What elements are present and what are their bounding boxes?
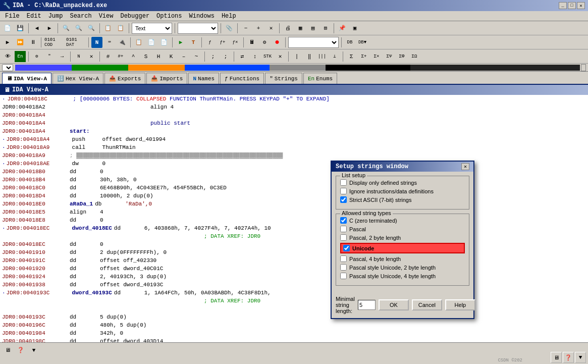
paste3-button[interactable]: 📄	[158, 37, 170, 48]
asm-line-21[interactable]: JDR0:00401920 dd offset dword_40C01C	[0, 265, 588, 273]
tab-exports[interactable]: 📤 Exports	[104, 73, 145, 84]
asm-line-5[interactable]: · JDR0:004018A4 push offset dword_401994	[0, 135, 588, 143]
checkbox-pascal[interactable]: Pascal	[340, 226, 465, 232]
sigma5-button[interactable]: ΣΦ	[396, 51, 407, 62]
tab-imports[interactable]: 📥 Imports	[146, 73, 187, 84]
setup-strings-dialog[interactable]: Setup strings window ✕ List setup Displa…	[331, 161, 474, 319]
view-dropdown[interactable]: Text	[132, 23, 172, 34]
checkbox-pascal-input[interactable]	[340, 226, 347, 232]
ok-button[interactable]: OK	[379, 299, 409, 310]
tab-functions[interactable]: ƒ Functions	[220, 73, 264, 84]
bottom-icon-2[interactable]: ❓	[563, 352, 574, 363]
sigma6-button[interactable]: ΣΩ	[409, 51, 420, 62]
disasm-button[interactable]: ⚙	[31, 51, 42, 62]
checkbox-ignore-instructions[interactable]: Ignore instructions/data definitions	[340, 188, 465, 194]
bottom-btn-1[interactable]: 🖥	[2, 345, 13, 356]
cross-button[interactable]: ✕	[86, 51, 97, 62]
paste2-button[interactable]: 📄	[146, 37, 157, 48]
asm-line-0[interactable]: · JDR0:004018C ; [00000006 BYTES: COLLAP…	[0, 95, 588, 103]
plugin-button[interactable]: 🔌	[117, 37, 128, 48]
checkbox-c-zero[interactable]: C (zero terminated)	[340, 217, 465, 224]
attach-button[interactable]: 📎	[224, 23, 235, 34]
gear-button[interactable]: ⚙	[259, 37, 270, 48]
asm-line-27[interactable]: JDR0:0040193C dd 5 dup(0)	[0, 313, 588, 321]
checkbox-pascal-unicode-4-input[interactable]	[340, 273, 347, 279]
forward-button[interactable]: ▶	[44, 23, 55, 34]
asm-line-12[interactable]: JDR0:004018D4 dd 10000h, 2 dup(0)	[0, 192, 588, 200]
str-button[interactable]: "	[44, 51, 55, 62]
bottom-btn-2[interactable]: ❓	[15, 345, 26, 356]
asm-line-19[interactable]: JDR0:00401910 dd 2 dup(0FFFFFFFFh), 0	[0, 248, 588, 256]
run2-button[interactable]: ⏩	[15, 37, 26, 48]
asm-line-14[interactable]: JDR0:004018E5 align 4	[0, 208, 588, 216]
navigation-strip[interactable]	[15, 65, 580, 71]
layout3-button[interactable]: ⊞	[320, 23, 331, 34]
asm-line-18[interactable]: JDR0:004018EC dd 0	[0, 240, 588, 248]
asm-line-7[interactable]: JDR0:004018A9 ; ▓▓▓▓▓▓▓▓▓▓▓▓▓▓▓▓▓▓▓▓▓▓▓▓…	[0, 151, 588, 160]
min-length-input[interactable]	[358, 300, 376, 310]
s-button[interactable]: S	[140, 51, 151, 62]
vert4-button[interactable]: ⊥	[329, 51, 340, 62]
stk-button[interactable]: STK	[262, 51, 273, 62]
printer-button[interactable]: 🖨	[282, 23, 293, 34]
hash-button[interactable]: #	[102, 51, 114, 62]
hex2-button[interactable]: 0101 DAT	[66, 37, 86, 48]
caret-button[interactable]: ^	[128, 51, 139, 62]
menu-options[interactable]: Options	[153, 12, 185, 20]
copy2-button[interactable]: 📋	[133, 37, 144, 48]
checkbox-pascal-unicode-2-input[interactable]	[340, 264, 347, 271]
asm-line-22[interactable]: JDR0:00401924 dd 2, 40193Ch, 3 dup(0)	[0, 273, 588, 281]
sigma-button[interactable]: Σ	[346, 51, 357, 62]
asm-line-6[interactable]: · JDR0:004018A9 call ThunRTMain	[0, 143, 588, 151]
asm-line-3[interactable]: JDR0:004018A4 public start	[0, 119, 588, 127]
maximize-button[interactable]: □	[568, 2, 576, 9]
sigma3-button[interactable]: Σ×	[371, 51, 382, 62]
menu-search[interactable]: Search	[67, 12, 94, 20]
menu-view[interactable]: View	[96, 12, 117, 20]
asm-line-4[interactable]: JDR0:004018A4 start:	[0, 127, 588, 135]
arrows2-button[interactable]: ↕	[249, 51, 260, 62]
asm-line-8[interactable]: · JDR0:004018AE dw 0	[0, 160, 588, 168]
title-bar-controls[interactable]: _ □ ✕	[559, 2, 585, 9]
script-button[interactable]: ⌨	[104, 37, 115, 48]
hash2-button[interactable]: #+	[115, 51, 126, 62]
asm-line-29[interactable]: JDR0:00401984 dd 342h, 0	[0, 329, 588, 337]
asm-line-1[interactable]: JDR0:004018A2 align 4	[0, 103, 588, 111]
asm-line-16[interactable]: · JDR0:004018EC dword_4018EC dd 6, 40386…	[0, 224, 588, 232]
asm-line-23[interactable]: JDR0:00401938 dd offset dword_40193C	[0, 281, 588, 289]
minimize-button[interactable]: _	[559, 2, 567, 9]
vert3-button[interactable]: |||	[316, 51, 328, 62]
cancel-button[interactable]: Cancel	[412, 299, 442, 310]
x2-button[interactable]: ✕	[275, 51, 286, 62]
dash-button[interactable]: –	[178, 51, 189, 62]
nav-scrollbar[interactable]	[581, 64, 586, 71]
asm-line-11[interactable]: JDR0:004018C0 dd 6E468B90h, 4C043EE7h, 4…	[0, 184, 588, 192]
help-button[interactable]: Help	[445, 299, 475, 310]
paste-button[interactable]: 📋	[115, 23, 126, 34]
t-label[interactable]: T	[188, 37, 199, 48]
db2-button[interactable]: DB▼	[357, 37, 368, 48]
sigma4-button[interactable]: ΣΨ	[384, 51, 395, 62]
checkbox-unicode-row[interactable]: Unicode	[340, 243, 465, 253]
checkbox-pascal-unicode-4[interactable]: Pascal style Unicode, 4 byte length	[340, 273, 465, 279]
asm-line-26[interactable]	[0, 305, 588, 313]
x-button[interactable]: ✕	[265, 23, 277, 34]
checkbox-pascal-2byte-input[interactable]	[340, 234, 347, 241]
checkbox-strict-ascii[interactable]: Strict ASCII (7-bit) strings	[340, 196, 465, 203]
menu-windows[interactable]: Windows	[186, 12, 218, 20]
copy-button[interactable]: 📋	[102, 23, 114, 34]
semi2-button[interactable]: ;	[220, 51, 231, 62]
checkbox-display-defined[interactable]: Display only defined strings	[340, 179, 465, 186]
menu-jump[interactable]: Jump	[45, 12, 66, 20]
arrow-button[interactable]: →	[57, 51, 68, 62]
tab-ida-view-a[interactable]: 🖥 IDA View-A	[2, 73, 51, 84]
tab-enums[interactable]: En Enums	[303, 73, 337, 84]
asm-line-25[interactable]: ; DATA XREF: JDR0	[0, 297, 588, 305]
checkbox-pascal-4byte[interactable]: Pascal, 4 byte length	[340, 255, 465, 262]
back-button[interactable]: ◀	[31, 23, 42, 34]
fn2-button[interactable]: ƒ+	[217, 37, 228, 48]
dot-button[interactable]: ●	[272, 37, 283, 48]
tilde-button[interactable]: ~	[191, 51, 202, 62]
checkbox-c-zero-input[interactable]	[340, 217, 347, 224]
checkbox-pascal-unicode-2[interactable]: Pascal style Unicode, 2 byte length	[340, 264, 465, 271]
